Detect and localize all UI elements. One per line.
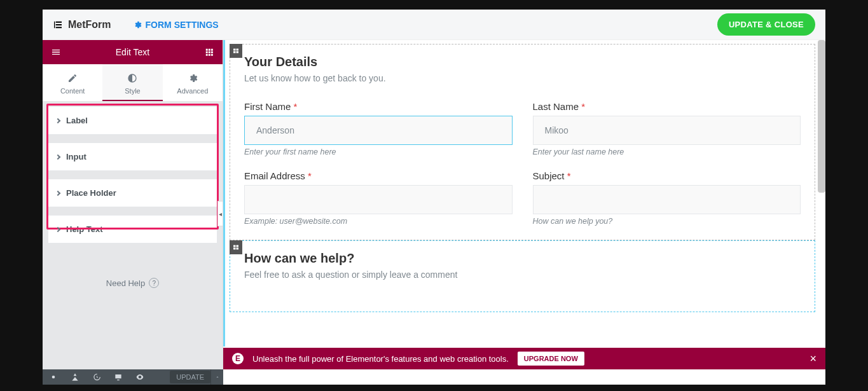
field-last-name[interactable]: Last Name * Enter your last name here [533, 101, 801, 156]
panel-collapse-handle[interactable]: ◂ [217, 201, 223, 226]
canvas: Your Details Let us know how to get back… [223, 40, 825, 385]
pencil-icon [67, 73, 78, 83]
chevron-right-icon [55, 190, 60, 195]
chevron-right-icon [55, 118, 60, 123]
promo-text: Unleash the full power of Elementor's fe… [252, 354, 509, 364]
field-email[interactable]: Email Address * Example: user@website.co… [244, 170, 513, 226]
need-help-text: Need Help [106, 278, 145, 288]
responsive-button[interactable] [107, 369, 129, 385]
metform-logo-icon [53, 20, 63, 30]
need-help-link[interactable]: Need Help ? [43, 278, 223, 288]
section1-subtitle: Let us know how to get back to you. [244, 73, 801, 83]
first-name-label: First Name * [244, 101, 513, 112]
section-handle-icon[interactable] [230, 44, 242, 58]
email-input[interactable] [244, 185, 513, 214]
accordion: Label Input Place Holder Help Text [43, 101, 223, 256]
email-label: Email Address * [244, 170, 513, 181]
scrollbar-thumb[interactable] [818, 40, 825, 193]
last-name-label: Last Name * [533, 101, 801, 112]
field-first-name[interactable]: First Name * Enter your first name here [244, 101, 513, 156]
last-name-input[interactable] [533, 116, 801, 145]
sidebar-title: Edit Text [116, 47, 149, 57]
tab-advanced-label: Advanced [177, 87, 208, 95]
gear-icon [188, 73, 198, 83]
history-button[interactable] [86, 369, 107, 385]
section2-title: How can we help? [244, 251, 801, 266]
update-options-chevron[interactable] [210, 369, 223, 385]
elements-grid-icon[interactable] [202, 45, 216, 59]
brand-text: MetForm [68, 19, 111, 31]
gear-icon [133, 20, 142, 29]
update-button[interactable]: UPDATE [170, 371, 210, 383]
sidebar-header: Edit Text [43, 40, 223, 64]
section-how-help[interactable]: How can we help? Feel free to ask a ques… [230, 240, 815, 312]
subject-input[interactable] [533, 185, 801, 214]
promo-bar: E Unleash the full power of Elementor's … [223, 348, 825, 369]
preview-button[interactable] [129, 369, 151, 385]
sidebar-tabs: Content Style Advanced [43, 64, 223, 101]
acc-label[interactable]: Label [48, 106, 217, 135]
chevron-right-icon [55, 154, 60, 159]
settings-button[interactable] [43, 369, 64, 385]
hamburger-icon[interactable] [49, 45, 63, 59]
tab-advanced[interactable]: Advanced [163, 64, 223, 101]
selection-indicator [223, 40, 225, 346]
tab-style[interactable]: Style [102, 64, 162, 101]
first-name-input[interactable] [244, 116, 513, 145]
topbar: MetForm FORM SETTINGS UPDATE & CLOSE [43, 10, 825, 40]
acc-placeholder-text: Place Holder [66, 188, 116, 198]
promo-close-icon[interactable]: × [809, 352, 816, 366]
last-name-hint: Enter your last name here [533, 147, 801, 156]
acc-helptext[interactable]: Help Text [48, 215, 217, 244]
acc-input[interactable]: Input [48, 142, 217, 171]
sidebar: Edit Text Content Style Advanced [43, 40, 223, 385]
section2-subtitle: Feel free to ask a question or simply le… [244, 270, 801, 280]
form-settings-link[interactable]: FORM SETTINGS [133, 20, 219, 30]
modal-dialog: MetForm FORM SETTINGS UPDATE & CLOSE Edi… [43, 10, 825, 385]
acc-input-text: Input [66, 152, 86, 161]
field-subject[interactable]: Subject * How can we help you? [533, 170, 801, 226]
acc-placeholder[interactable]: Place Holder [48, 179, 217, 207]
panel-footer: UPDATE [43, 369, 223, 385]
tab-style-label: Style [125, 87, 140, 95]
question-icon: ? [149, 278, 159, 288]
tab-content-label: Content [60, 87, 85, 95]
upgrade-button[interactable]: UPGRADE NOW [518, 352, 584, 366]
section-your-details[interactable]: Your Details Let us know how to get back… [230, 44, 815, 240]
subject-label: Subject * [533, 170, 801, 181]
navigator-button[interactable] [64, 369, 86, 385]
update-close-button[interactable]: UPDATE & CLOSE [717, 13, 815, 36]
acc-helptext-text: Help Text [66, 224, 103, 234]
chevron-right-icon [55, 226, 60, 231]
first-name-hint: Enter your first name here [244, 147, 513, 156]
section-handle-icon[interactable] [230, 240, 242, 254]
tab-content[interactable]: Content [43, 64, 102, 101]
half-circle-icon [127, 73, 137, 83]
form-settings-label: FORM SETTINGS [146, 20, 219, 30]
email-hint: Example: user@website.com [244, 217, 513, 226]
acc-label-text: Label [66, 116, 88, 125]
section1-title: Your Details [244, 55, 801, 69]
subject-hint: How can we help you? [533, 217, 801, 226]
brand: MetForm [53, 19, 111, 31]
elementor-badge-icon: E [232, 353, 244, 364]
